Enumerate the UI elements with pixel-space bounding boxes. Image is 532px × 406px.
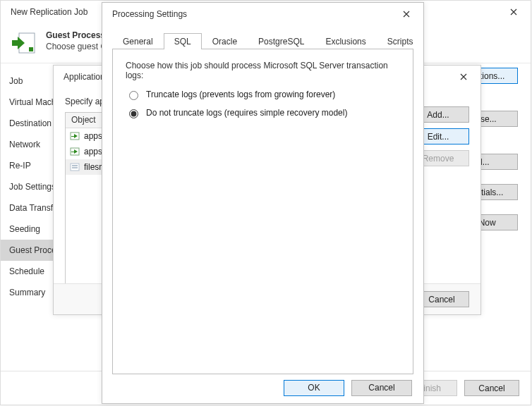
radio-do-not-truncate-input[interactable] xyxy=(129,109,138,118)
proc-footer: OK Cancel xyxy=(102,372,423,403)
proc-tabpanel: Choose how this job should process Micro… xyxy=(112,49,413,374)
proc-titlebar: Processing Settings xyxy=(102,3,423,25)
tab-general[interactable]: General xyxy=(112,33,164,49)
tab-postgresql[interactable]: PostgreSQL xyxy=(248,33,315,49)
proc-description: Choose how this job should process Micro… xyxy=(126,61,400,80)
cancel-button[interactable]: Cancel xyxy=(464,380,519,396)
tab-oracle[interactable]: Oracle xyxy=(202,33,248,49)
svg-rect-1 xyxy=(29,47,33,51)
vm-icon xyxy=(70,162,80,172)
radio-truncate[interactable]: Truncate logs (prevents logs from growin… xyxy=(126,89,400,100)
radio-do-not-truncate[interactable]: Do not truncate logs (requires simple re… xyxy=(126,107,400,118)
tab-scripts[interactable]: Scripts xyxy=(377,33,424,49)
tab-sql[interactable]: SQL xyxy=(164,33,202,49)
radio-do-not-truncate-label: Do not truncate logs (requires simple re… xyxy=(146,108,347,118)
tab-exclusions[interactable]: Exclusions xyxy=(315,33,376,49)
vm-icon xyxy=(70,147,80,156)
proc-title: Processing Settings xyxy=(112,9,187,19)
proc-ok-button[interactable]: OK xyxy=(284,380,344,396)
proc-cancel-button[interactable]: Cancel xyxy=(351,380,412,396)
radio-truncate-input[interactable] xyxy=(129,91,138,100)
wizard-step-icon xyxy=(11,30,37,57)
wizard-title: New Replication Job xyxy=(11,7,87,17)
svg-rect-6 xyxy=(72,167,78,168)
proc-tabs: General SQL Oracle PostgreSQL Exclusions… xyxy=(102,25,423,49)
close-icon[interactable] xyxy=(502,2,525,22)
close-icon[interactable] xyxy=(395,4,418,24)
processing-settings-dialog: Processing Settings General SQL Oracle P… xyxy=(102,2,424,404)
vm-icon xyxy=(70,131,80,141)
close-icon[interactable] xyxy=(452,66,475,88)
radio-truncate-label: Truncate logs (prevents logs from growin… xyxy=(146,90,335,99)
svg-rect-5 xyxy=(72,165,78,166)
